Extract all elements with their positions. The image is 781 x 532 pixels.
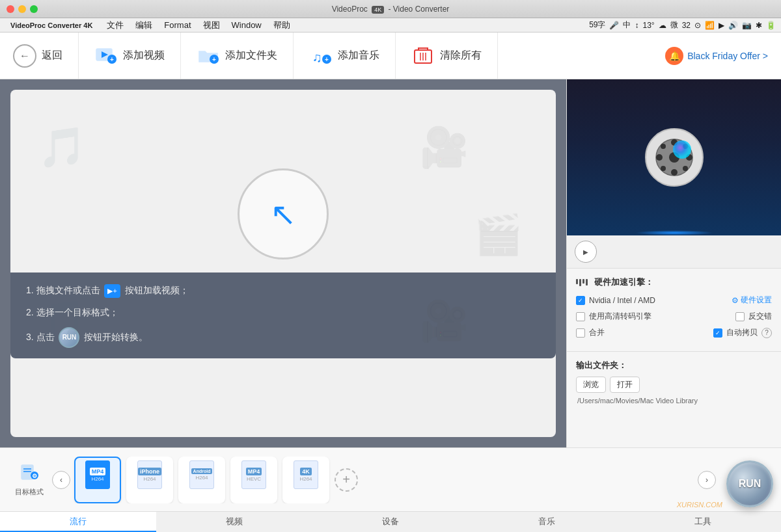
menu-item-appname[interactable]: VideoProc Converter 4K	[5, 21, 98, 30]
auto-copy-checkbox[interactable]: ✓	[713, 328, 722, 338]
add-video-button[interactable]: + 添加视频	[79, 33, 181, 79]
menu-item-help[interactable]: 帮助	[268, 19, 295, 32]
minimize-button[interactable]	[18, 5, 26, 13]
hw-title: 硬件加速引擎：	[576, 276, 772, 288]
svg-text:+: +	[110, 56, 114, 63]
window-controls[interactable]	[7, 5, 38, 13]
status-battery: 🔋	[766, 21, 776, 30]
browse-button[interactable]: 浏览	[576, 377, 606, 393]
format-icon-mp4-h264: MP4 H264	[84, 460, 111, 490]
format-item-4k[interactable]: 4K H264	[282, 457, 329, 503]
add-music-icon: ♫ +	[309, 44, 333, 68]
hw-row-hd: 使用高清转码引擎 反交错	[576, 311, 772, 322]
merge-label: 合并	[589, 327, 605, 338]
tab-video[interactable]: 视频	[156, 512, 312, 532]
toolbar: ← 返回 + 添加视频 + 添加文件夹 ♫ +	[0, 33, 781, 79]
hd-encode-checkbox[interactable]	[576, 312, 585, 321]
gear-icon: ⚙	[732, 296, 739, 305]
merge-checkbox[interactable]	[576, 328, 585, 338]
title-subtitle: - Video Converter	[386, 5, 449, 14]
preview-glow	[635, 230, 713, 235]
hw-acceleration-section: 硬件加速引擎： ✓ Nvidia / Intel / AMD ⚙ 硬件设置	[567, 269, 781, 352]
format-item-mp4-hevc[interactable]: MP4 HEVC	[230, 457, 277, 503]
svg-point-23	[683, 166, 688, 171]
status-temp: 13°	[642, 21, 654, 30]
title-app-name: VideoProc	[332, 5, 370, 14]
format-item-android[interactable]: Android H264	[178, 457, 225, 503]
menu-item-file[interactable]: 文件	[102, 19, 129, 32]
tab-bar: 流行 视频 设备 音乐 工具	[0, 511, 781, 532]
title-bar: VideoProc 4K - Video Converter	[0, 0, 781, 18]
clear-all-label: 清除所有	[440, 49, 482, 62]
tab-music[interactable]: 音乐	[469, 512, 625, 532]
status-cloud: ☁	[659, 21, 666, 30]
output-row: 浏览 打开	[576, 377, 772, 393]
nvidia-checkbox[interactable]: ✓	[576, 296, 585, 305]
main-content: 🎵 🎥 🎵 🎥 🎬 ↖ 1. 拖拽文件或点击 ▶+ 按钮加载视频； 2. 选择一…	[0, 79, 781, 447]
hd-encode-label: 使用高清转码引擎	[589, 311, 651, 322]
run-button[interactable]: RUN	[726, 460, 773, 507]
add-video-label: 添加视频	[123, 49, 165, 62]
play-button[interactable]: ▶	[575, 241, 597, 263]
format-list: MP4 H264 iPhone H264 Android	[70, 457, 698, 503]
format-item-mp4-h264[interactable]: MP4 H264	[74, 457, 121, 503]
format-item-iphone[interactable]: iPhone H264	[126, 457, 173, 503]
menu-status-area: 59字 🎤 中 ↕ 13° ☁ 微 32 ⊙ 📶 ▶ 🔊 📷 ✱ 🔋	[589, 20, 776, 31]
add-video-icon: +	[94, 44, 118, 68]
bell-icon: 🔔	[665, 47, 683, 65]
status-input: 中	[623, 20, 631, 31]
tab-tools[interactable]: 工具	[625, 512, 781, 532]
status-camera: 📷	[742, 21, 752, 30]
format-icon-4k: 4K H264	[292, 460, 320, 490]
add-folder-button[interactable]: + 添加文件夹	[181, 33, 294, 79]
status-volume: 🔊	[728, 21, 738, 30]
output-section: 输出文件夹： 浏览 打开 /Users/mac/Movies/Mac Video…	[567, 352, 781, 412]
help-icon[interactable]: ?	[761, 328, 772, 338]
run-button-container: RUN	[726, 460, 773, 507]
hw-row-nvidia: ✓ Nvidia / Intel / AMD ⚙ 硬件设置	[576, 295, 772, 306]
title-bar-text: VideoProc 4K - Video Converter	[332, 5, 450, 14]
black-friday-label: Black Friday Offer >	[687, 51, 768, 61]
hw-bars-icon	[576, 279, 588, 286]
add-music-button[interactable]: ♫ + 添加音乐	[294, 33, 396, 79]
menu-item-format[interactable]: Format	[159, 20, 196, 31]
target-format-button[interactable]: ⚙ 目标格式	[7, 448, 52, 511]
svg-point-17	[671, 169, 678, 176]
status-circle: ⊙	[694, 21, 701, 30]
format-icon-android: Android H264	[188, 460, 215, 490]
tab-popular[interactable]: 流行	[0, 512, 156, 532]
output-label: 输出文件夹：	[576, 360, 772, 371]
menu-bar: VideoProc Converter 4K 文件 编辑 Format 视图 W…	[0, 18, 781, 33]
add-format-button[interactable]: +	[335, 468, 358, 492]
format-prev-button[interactable]: ‹	[52, 471, 70, 489]
status-wifi: 📶	[705, 21, 715, 30]
format-next-button[interactable]: ›	[698, 471, 716, 489]
right-panel: ▶ 硬件加速引擎： ✓ Nvidia / Intel / AMD	[566, 79, 781, 447]
bottom-panel: ⚙ 目标格式 ‹ MP4 H264 iPh	[0, 447, 781, 532]
menu-item-view[interactable]: 视图	[198, 19, 225, 32]
open-button[interactable]: 打开	[610, 377, 640, 393]
back-label: 返回	[42, 49, 62, 62]
tab-device[interactable]: 设备	[312, 512, 469, 532]
status-wechat: 微	[670, 20, 678, 31]
close-button[interactable]	[7, 5, 14, 13]
hw-settings-button[interactable]: ⚙ 硬件设置	[732, 295, 772, 306]
add-folder-icon: +	[197, 44, 220, 68]
target-format-label: 目标格式	[15, 487, 44, 497]
clear-all-button[interactable]: 清除所有	[396, 33, 498, 79]
black-friday-button[interactable]: 🔔 Black Friday Offer >	[665, 47, 768, 65]
deinterlace-checkbox[interactable]	[735, 312, 745, 321]
drop-zone[interactable]: 🎵 🎥 🎵 🎥 🎬 ↖ 1. 拖拽文件或点击 ▶+ 按钮加载视频； 2. 选择一…	[10, 90, 556, 437]
menu-item-edit[interactable]: 编辑	[130, 19, 158, 32]
maximize-button[interactable]	[30, 5, 38, 13]
format-icon-iphone: iPhone H264	[136, 460, 163, 490]
auto-copy-label: 自动拷贝	[726, 327, 758, 338]
hw-row-merge: 合并 ✓ 自动拷贝 ?	[576, 327, 772, 338]
deinterlace-label: 反交错	[748, 311, 772, 322]
back-button[interactable]: ← 返回	[13, 33, 79, 79]
status-play: ▶	[719, 21, 724, 30]
menu-item-window[interactable]: Window	[226, 20, 267, 31]
output-path: /Users/mac/Movies/Mac Video Library	[576, 397, 772, 405]
left-panel: 🎵 🎥 🎵 🎥 🎬 ↖ 1. 拖拽文件或点击 ▶+ 按钮加载视频； 2. 选择一…	[0, 79, 566, 447]
svg-text:+: +	[212, 56, 216, 63]
